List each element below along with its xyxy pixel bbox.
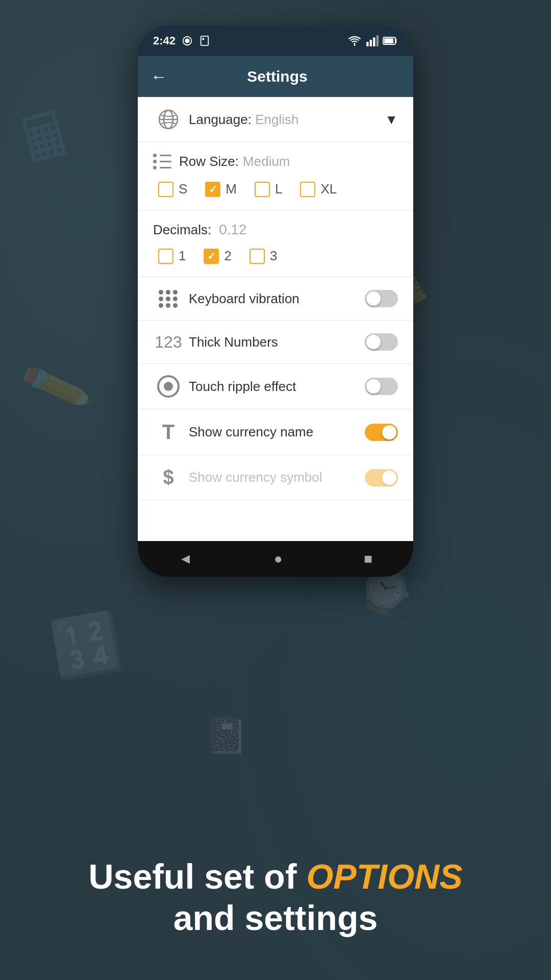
svg-rect-4	[366, 42, 368, 46]
status-bar-left: 2:42	[153, 34, 210, 47]
status-time: 2:42	[153, 34, 176, 47]
thick-numbers-icon: 123	[153, 333, 184, 352]
decimals-2[interactable]: ✓ 2	[204, 248, 231, 264]
keyboard-vibration-row: Keyboard vibration	[138, 277, 413, 321]
keyboard-vibration-toggle[interactable]	[365, 290, 398, 307]
decimals-value: 0.12	[219, 222, 247, 238]
decimals-2-check: ✓	[207, 250, 216, 262]
row-size-m[interactable]: ✓ M	[205, 181, 237, 197]
nav-back-button[interactable]: ◄	[179, 551, 193, 567]
currency-name-icon: T	[153, 421, 184, 444]
thick-numbers-knob	[366, 335, 381, 349]
currency-name-row: T Show currency name	[138, 409, 413, 455]
status-bar-right	[348, 35, 398, 46]
row-size-l[interactable]: L	[255, 181, 282, 197]
currency-symbol-knob	[382, 471, 396, 485]
thick-numbers-row: 123 Thick Numbers	[138, 321, 413, 364]
sim-icon	[199, 35, 210, 46]
touch-ripple-toggle[interactable]	[365, 378, 398, 395]
row-size-label: Row Size:	[179, 154, 239, 169]
language-row[interactable]: Language: English ▼	[138, 97, 413, 142]
settings-content: Language: English ▼ Row Size: Medium	[138, 97, 413, 541]
decimals-3-label: 3	[270, 248, 277, 264]
row-size-m-checkbox[interactable]: ✓	[205, 182, 220, 197]
globe-icon	[153, 108, 184, 131]
bottom-text-line2: and settings	[0, 897, 551, 939]
row-size-xl-checkbox[interactable]	[300, 182, 315, 197]
bottom-nav: ◄ ● ■	[138, 541, 413, 577]
svg-rect-3	[202, 38, 204, 40]
row-size-xl-label: XL	[320, 181, 337, 197]
thick-numbers-toggle[interactable]	[365, 333, 398, 351]
currency-symbol-row: $ Show currency symbol	[138, 455, 413, 500]
touch-ripple-knob	[366, 379, 381, 394]
svg-rect-5	[370, 40, 372, 46]
phone-frame: 2:42	[138, 26, 413, 577]
thick-numbers-label: Thick Numbers	[184, 334, 365, 350]
battery-icon	[383, 36, 398, 45]
decimals-2-label: 2	[224, 248, 231, 264]
keyboard-icon	[153, 290, 184, 308]
svg-rect-2	[201, 36, 209, 45]
signal-icon	[365, 35, 379, 46]
currency-name-knob	[382, 425, 396, 439]
svg-point-0	[185, 38, 189, 43]
decimals-section: Decimals: 0.12 1 ✓ 2 3	[138, 210, 413, 277]
keyboard-vibration-knob	[366, 291, 381, 306]
nav-home-button[interactable]: ●	[274, 551, 283, 567]
notification-icon	[182, 35, 193, 46]
decimals-1-checkbox[interactable]	[158, 249, 173, 264]
row-size-value: Medium	[243, 154, 290, 169]
decimals-label: Decimals:	[153, 222, 211, 238]
decimals-options: 1 ✓ 2 3	[153, 246, 398, 269]
decimals-2-checkbox[interactable]: ✓	[204, 249, 219, 264]
row-size-l-checkbox[interactable]	[255, 182, 270, 197]
row-size-section: Row Size: Medium S ✓ M L	[138, 142, 413, 210]
ripple-icon	[153, 375, 184, 398]
decimals-3[interactable]: 3	[249, 248, 277, 264]
row-size-s[interactable]: S	[158, 181, 187, 197]
language-label: Language: English	[184, 112, 381, 128]
touch-ripple-row: Touch ripple effect	[138, 364, 413, 409]
list-icon	[153, 154, 171, 169]
bottom-text-highlight: OPTIONS	[306, 857, 462, 896]
row-size-header: Row Size: Medium	[153, 154, 398, 169]
svg-rect-6	[373, 38, 375, 46]
currency-symbol-label: Show currency symbol	[184, 470, 365, 485]
row-size-s-label: S	[179, 181, 187, 197]
row-size-l-label: L	[275, 181, 282, 197]
row-size-s-checkbox[interactable]	[158, 182, 173, 197]
ripple-inner	[164, 382, 173, 391]
row-size-m-check: ✓	[209, 183, 217, 195]
bottom-text-line1: Useful set of OPTIONS	[0, 856, 551, 898]
language-chevron: ▼	[385, 112, 398, 128]
language-value: English	[255, 112, 298, 127]
currency-name-toggle[interactable]	[365, 424, 398, 441]
decimals-1-label: 1	[179, 248, 186, 264]
keyboard-vibration-label: Keyboard vibration	[184, 291, 365, 307]
svg-rect-9	[384, 38, 393, 43]
row-size-m-label: M	[226, 181, 237, 197]
svg-rect-7	[377, 35, 379, 46]
currency-name-label: Show currency name	[184, 424, 365, 440]
wifi-icon	[348, 35, 361, 46]
nav-recent-button[interactable]: ■	[364, 551, 372, 567]
currency-symbol-toggle[interactable]	[365, 469, 398, 486]
app-bar: ← Settings	[138, 56, 413, 97]
app-bar-title: Settings	[177, 68, 378, 85]
status-bar: 2:42	[138, 26, 413, 56]
row-size-options: S ✓ M L XL	[153, 179, 398, 202]
currency-symbol-icon: $	[153, 467, 184, 488]
back-button[interactable]: ←	[151, 67, 167, 86]
bottom-text: Useful set of OPTIONS and settings	[0, 856, 551, 939]
bottom-text-prefix: Useful set of	[88, 857, 306, 896]
decimals-1[interactable]: 1	[158, 248, 186, 264]
decimals-3-checkbox[interactable]	[249, 249, 265, 264]
touch-ripple-label: Touch ripple effect	[184, 379, 365, 395]
row-size-xl[interactable]: XL	[300, 181, 337, 197]
decimals-header: Decimals: 0.12	[153, 222, 398, 238]
